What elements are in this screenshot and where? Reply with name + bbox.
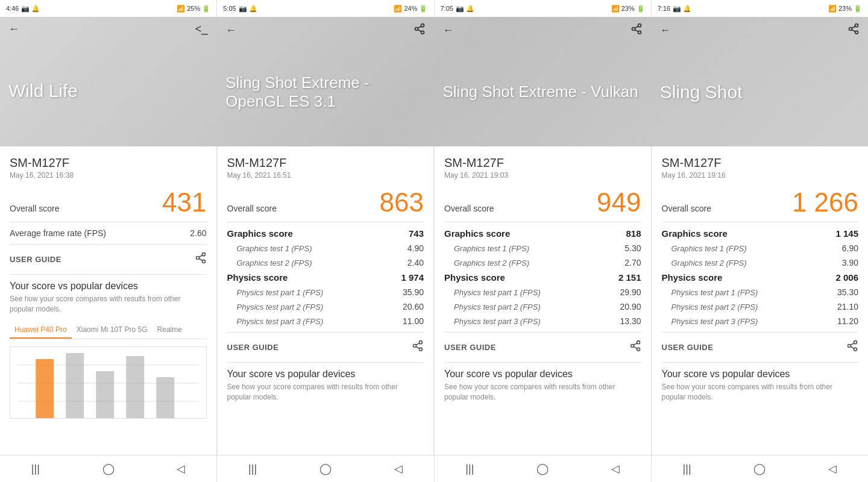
gtest1-value-4: 6.90 xyxy=(842,243,858,253)
wifi-icon-2: 📶 xyxy=(394,5,402,13)
device-date-1: May 16, 2021 16:38 xyxy=(10,171,207,180)
panel-wild-life: SM-M127F May 16, 2021 16:38 Overall scor… xyxy=(0,146,217,455)
graphics-value-4: 1 145 xyxy=(835,228,858,239)
tab-huawei-1[interactable]: Huawei P40 Pro xyxy=(10,322,72,339)
overall-value-4: 1 266 xyxy=(792,189,858,216)
tab-realme-1[interactable]: Realme xyxy=(153,322,187,339)
ptest1-row-4: Physics test part 1 (FPS) 35.30 xyxy=(671,287,859,297)
divider-2b xyxy=(227,332,424,333)
divider-3b xyxy=(444,332,641,333)
divider-4b xyxy=(662,332,859,333)
back-icon-4[interactable]: ← xyxy=(660,24,671,37)
gtest2-label-2: Graphics test 2 (FPS) xyxy=(237,258,312,268)
divider-1a xyxy=(10,222,207,222)
menu-icon-4[interactable]: ||| xyxy=(683,463,691,475)
svg-line-8 xyxy=(635,30,638,31)
ptest2-label-4: Physics test part 2 (FPS) xyxy=(671,302,758,311)
user-guide-row-1: USER GUIDE xyxy=(10,252,207,267)
user-guide-label-3[interactable]: USER GUIDE xyxy=(444,343,496,352)
battery-2: 24% 🔋 xyxy=(404,5,427,13)
ptest1-row-3: Physics test part 1 (FPS) 29.90 xyxy=(454,287,641,297)
svg-point-29 xyxy=(414,345,417,348)
device-name-1: SM-M127F xyxy=(10,156,207,170)
header-title-2: Sling Shot Extreme - OpenGL ES 3.1 xyxy=(225,61,425,123)
graphics-value-3: 818 xyxy=(626,228,641,239)
svg-point-10 xyxy=(855,24,858,27)
graphics-indent-2: Graphics test 1 (FPS) 4.90 Graphics test… xyxy=(227,243,424,268)
ptest1-label-2: Physics test part 1 (FPS) xyxy=(237,288,324,297)
user-guide-label-2[interactable]: USER GUIDE xyxy=(227,343,279,352)
svg-line-41 xyxy=(851,346,854,348)
gtest2-label-4: Graphics test 2 (FPS) xyxy=(671,258,747,268)
status-icons-1: 📷 🔔 xyxy=(21,5,40,13)
back-nav-icon-1[interactable]: ◁ xyxy=(177,462,185,475)
home-icon-3[interactable]: ◯ xyxy=(536,462,549,475)
svg-point-2 xyxy=(421,31,424,34)
svg-point-38 xyxy=(854,341,857,344)
divider-2c xyxy=(227,362,424,363)
share-icon-3[interactable] xyxy=(629,340,641,355)
back-nav-icon-2[interactable]: ◁ xyxy=(394,462,403,475)
svg-point-33 xyxy=(637,341,640,344)
back-nav-icon-4[interactable]: ◁ xyxy=(828,462,837,475)
overall-value-2: 863 xyxy=(380,189,424,216)
device-date-2: May 16, 2021 16:51 xyxy=(227,171,424,180)
share-header-icon-1[interactable]: <⎯ xyxy=(195,23,209,36)
share-icon-2[interactable] xyxy=(412,340,424,355)
gtest2-value-4: 3.90 xyxy=(842,258,858,268)
status-right-4: 📶 23% 🔋 xyxy=(828,5,862,13)
svg-rect-27 xyxy=(156,377,174,419)
ptest3-row-2: Physics test part 3 (FPS) 11.00 xyxy=(237,316,424,326)
bottom-navs: ||| ◯ ◁ ||| ◯ ◁ ||| ◯ ◁ ||| ◯ ◁ xyxy=(0,455,868,482)
chart-area-1 xyxy=(10,346,207,419)
home-icon-1[interactable]: ◯ xyxy=(102,462,115,475)
share-icon-1[interactable] xyxy=(195,252,207,267)
status-time-3: 7:05 📷 🔔 xyxy=(441,5,474,13)
share-header-icon-3[interactable] xyxy=(631,23,643,38)
user-guide-label-1[interactable]: USER GUIDE xyxy=(10,255,61,264)
svg-line-13 xyxy=(852,30,855,31)
physics-indent-2: Physics test part 1 (FPS) 35.90 Physics … xyxy=(227,287,424,326)
share-header-icon-2[interactable] xyxy=(414,23,426,38)
vs-desc-1: See how your score compares with results… xyxy=(10,294,207,315)
menu-icon-3[interactable]: ||| xyxy=(465,463,474,475)
back-icon-1[interactable]: ← xyxy=(8,23,19,36)
physics-value-4: 2 006 xyxy=(835,272,858,283)
svg-line-32 xyxy=(416,343,420,345)
ptest3-row-3: Physics test part 3 (FPS) 13.30 xyxy=(454,316,641,326)
overall-score-row-4: Overall score 1 266 xyxy=(662,189,859,216)
menu-icon-1[interactable]: ||| xyxy=(31,463,40,475)
gtest1-row-3: Graphics test 1 (FPS) 5.30 xyxy=(454,243,641,253)
overall-score-row-3: Overall score 949 xyxy=(444,189,641,216)
svg-point-5 xyxy=(638,24,641,27)
gtest1-row-4: Graphics test 1 (FPS) 6.90 xyxy=(671,243,859,253)
home-icon-2[interactable]: ◯ xyxy=(319,462,332,475)
svg-rect-26 xyxy=(126,356,144,419)
user-guide-label-4[interactable]: USER GUIDE xyxy=(662,343,714,352)
status-icons-4: 📷 🔔 xyxy=(673,5,691,13)
battery-4: 23% 🔋 xyxy=(838,5,862,13)
header-nav-2: ← xyxy=(225,23,425,38)
home-icon-4[interactable]: ◯ xyxy=(753,462,766,475)
svg-line-31 xyxy=(416,346,420,348)
share-header-icon-4[interactable] xyxy=(848,23,860,38)
svg-point-6 xyxy=(632,28,635,31)
tab-xiaomi-1[interactable]: Xiaomi Mi 10T Pro 5G xyxy=(72,322,153,339)
back-icon-3[interactable]: ← xyxy=(443,24,454,37)
svg-line-36 xyxy=(634,346,637,348)
physics-indent-3: Physics test part 1 (FPS) 29.90 Physics … xyxy=(444,287,641,326)
ptest1-value-4: 35.30 xyxy=(837,287,858,297)
physics-label-2: Physics score xyxy=(227,272,288,283)
wifi-icon-1: 📶 xyxy=(177,5,185,13)
gtest2-value-3: 2.70 xyxy=(624,258,641,268)
vs-title-1: Your score vs popular devices xyxy=(10,281,207,292)
ptest3-label-2: Physics test part 3 (FPS) xyxy=(237,317,324,326)
back-icon-2[interactable]: ← xyxy=(225,24,236,37)
svg-point-15 xyxy=(202,253,205,256)
share-icon-4[interactable] xyxy=(846,340,858,355)
device-name-3: SM-M127F xyxy=(444,156,641,170)
ptest3-label-4: Physics test part 3 (FPS) xyxy=(671,317,758,326)
menu-icon-2[interactable]: ||| xyxy=(248,463,257,475)
back-nav-icon-3[interactable]: ◁ xyxy=(611,462,620,475)
ptest2-label-3: Physics test part 2 (FPS) xyxy=(454,302,541,311)
